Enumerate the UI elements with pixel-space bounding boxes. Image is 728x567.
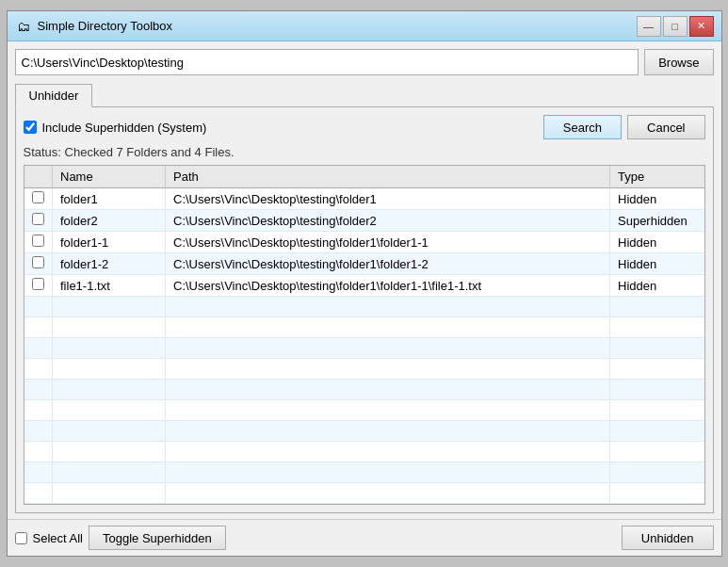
window-title: Simple Directory Toolbox xyxy=(38,19,173,33)
row-name: file1-1.txt xyxy=(53,275,166,297)
row-type: Hidden xyxy=(610,188,704,210)
table-row: folder1-2 C:\Users\Vinc\Desktop\testing\… xyxy=(24,253,704,275)
app-icon: 🗂 xyxy=(15,18,32,35)
path-input[interactable] xyxy=(15,49,639,75)
main-content: Browse Unhidder Include Superhidden (Sys… xyxy=(8,41,721,519)
row-checkbox-0[interactable] xyxy=(32,191,44,203)
minimize-button[interactable]: — xyxy=(637,16,661,37)
table-header-row: Name Path Type xyxy=(24,166,704,188)
titlebar-left: 🗂 Simple Directory Toolbox xyxy=(15,18,173,35)
table-row: folder2 C:\Users\Vinc\Desktop\testing\fo… xyxy=(24,210,704,232)
status-text: Status: Checked 7 Folders and 4 Files. xyxy=(24,145,705,159)
row-type: Hidden xyxy=(610,253,704,275)
tab-unhidder[interactable]: Unhidder xyxy=(15,84,93,107)
row-path: C:\Users\Vinc\Desktop\testing\folder1\fo… xyxy=(166,253,610,275)
main-window: 🗂 Simple Directory Toolbox — □ ✕ Browse … xyxy=(7,10,722,557)
row-type: Superhidden xyxy=(610,210,704,232)
table-row-empty xyxy=(24,462,704,483)
row-path: C:\Users\Vinc\Desktop\testing\folder2 xyxy=(166,210,610,232)
table-row-empty xyxy=(24,400,704,421)
row-checkbox-cell[interactable] xyxy=(24,275,53,297)
row-path: C:\Users\Vinc\Desktop\testing\folder1\fo… xyxy=(166,232,610,253)
row-path: C:\Users\Vinc\Desktop\testing\folder1 xyxy=(166,188,610,210)
row-checkbox-1[interactable] xyxy=(32,213,44,225)
row-type: Hidden xyxy=(610,275,704,297)
superhidden-checkbox-label[interactable]: Include Superhidden (System) xyxy=(24,121,207,135)
results-table-container: Name Path Type folder1 C:\Users\Vinc\Des… xyxy=(24,165,705,505)
table-row: folder1 C:\Users\Vinc\Desktop\testing\fo… xyxy=(24,188,704,210)
row-name: folder1 xyxy=(53,188,166,210)
row-checkbox-3[interactable] xyxy=(32,256,44,268)
maximize-button[interactable]: □ xyxy=(663,16,688,37)
col-header-check xyxy=(24,166,53,188)
unhidder-panel: Include Superhidden (System) Search Canc… xyxy=(15,107,714,513)
col-header-type: Type xyxy=(610,166,704,188)
row-path: C:\Users\Vinc\Desktop\testing\folder1\fo… xyxy=(166,275,610,297)
table-row-empty xyxy=(24,297,704,317)
browse-button[interactable]: Browse xyxy=(644,49,713,75)
table-row-empty xyxy=(24,380,704,400)
row-type: Hidden xyxy=(610,232,704,253)
search-button[interactable]: Search xyxy=(543,115,622,139)
table-row-empty xyxy=(24,442,704,462)
bottom-bar: Select All Toggle Superhidden Unhidden xyxy=(8,519,721,556)
titlebar: 🗂 Simple Directory Toolbox — □ ✕ xyxy=(8,11,721,41)
table-row-empty xyxy=(24,359,704,380)
row-name: folder1-1 xyxy=(53,232,166,253)
table-row-empty xyxy=(24,421,704,442)
row-checkbox-4[interactable] xyxy=(32,278,44,290)
controls-row: Include Superhidden (System) Search Canc… xyxy=(24,115,705,139)
bottom-left: Select All Toggle Superhidden xyxy=(15,526,226,550)
superhidden-label-text: Include Superhidden (System) xyxy=(42,121,207,135)
row-name: folder1-2 xyxy=(53,253,166,275)
results-table: Name Path Type folder1 C:\Users\Vinc\Des… xyxy=(24,166,704,504)
toggle-superhidden-button[interactable]: Toggle Superhidden xyxy=(89,526,226,550)
select-all-checkbox[interactable] xyxy=(15,532,27,544)
row-checkbox-cell[interactable] xyxy=(24,188,53,210)
table-row-empty xyxy=(24,483,704,504)
select-all-area[interactable]: Select All xyxy=(15,531,83,545)
path-row: Browse xyxy=(15,49,714,75)
col-header-path: Path xyxy=(166,166,610,188)
table-row-empty xyxy=(24,317,704,338)
action-buttons: Search Cancel xyxy=(543,115,705,139)
row-name: folder2 xyxy=(53,210,166,232)
unhidden-button[interactable]: Unhidden xyxy=(622,526,714,550)
table-row-empty xyxy=(24,338,704,359)
titlebar-buttons: — □ ✕ xyxy=(637,16,714,37)
superhidden-checkbox[interactable] xyxy=(24,121,37,134)
tab-bar: Unhidder xyxy=(15,83,714,107)
row-checkbox-2[interactable] xyxy=(32,235,44,247)
select-all-label: Select All xyxy=(33,531,83,545)
table-body: folder1 C:\Users\Vinc\Desktop\testing\fo… xyxy=(24,188,704,504)
row-checkbox-cell[interactable] xyxy=(24,232,53,253)
table-row: folder1-1 C:\Users\Vinc\Desktop\testing\… xyxy=(24,232,704,253)
cancel-button[interactable]: Cancel xyxy=(627,115,704,139)
row-checkbox-cell[interactable] xyxy=(24,253,53,275)
tab-bar-container: Unhidder Include Superhidden (System) Se… xyxy=(15,81,714,513)
col-header-name: Name xyxy=(53,166,166,188)
row-checkbox-cell[interactable] xyxy=(24,210,53,232)
close-button[interactable]: ✕ xyxy=(689,16,714,37)
table-row: file1-1.txt C:\Users\Vinc\Desktop\testin… xyxy=(24,275,704,297)
